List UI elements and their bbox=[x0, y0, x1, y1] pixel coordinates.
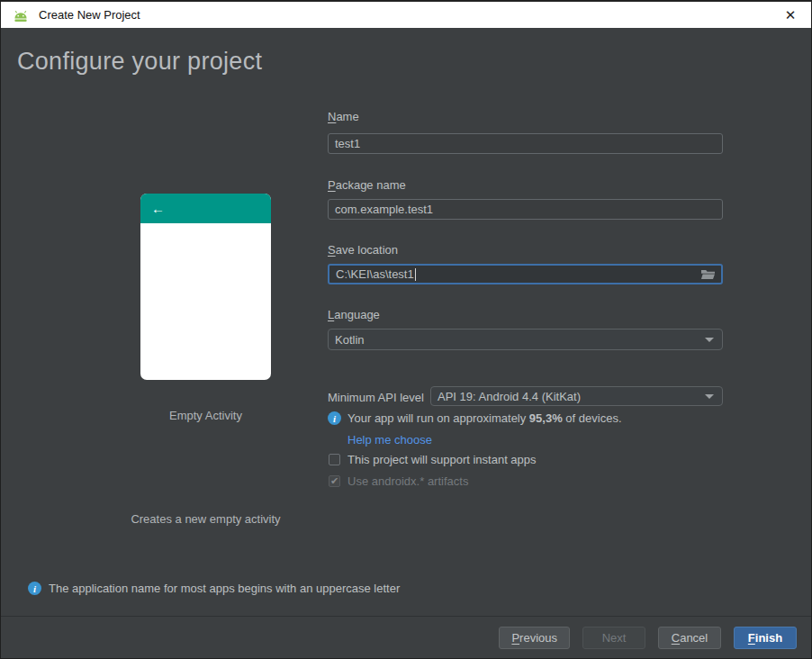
checkmark-icon: ✔ bbox=[330, 476, 338, 486]
save-location-input[interactable]: C:\KEI\as\test1 bbox=[328, 264, 723, 284]
template-preview-card: ← bbox=[140, 194, 271, 380]
api-notice-text: Your app will run on approximately 95,3%… bbox=[347, 411, 622, 425]
language-label: Language bbox=[328, 308, 380, 321]
template-description: Creates a new empty activity bbox=[73, 512, 338, 526]
next-button: Next bbox=[582, 627, 645, 649]
validation-hint: i The application name for most apps beg… bbox=[28, 582, 400, 595]
browse-folder-icon[interactable] bbox=[701, 269, 715, 280]
min-api-select-value: API 19: Android 4.4 (KitKat) bbox=[438, 390, 581, 403]
language-select-value: Kotlin bbox=[335, 333, 365, 347]
device-percentage: 95,3% bbox=[529, 411, 563, 425]
androidx-checkbox-checked: ✔ bbox=[329, 475, 340, 487]
save-location-label: Save location bbox=[328, 243, 398, 257]
min-api-label: Minimum API level bbox=[328, 391, 424, 404]
finish-button[interactable]: Finish bbox=[734, 627, 797, 649]
package-name-input[interactable]: com.example.test1 bbox=[328, 199, 723, 220]
package-name-label: Package name bbox=[328, 178, 406, 192]
androidx-label: Use androidx.* artifacts bbox=[347, 474, 468, 488]
instant-apps-row: This project will support instant apps bbox=[329, 453, 537, 466]
cancel-button[interactable]: Cancel bbox=[658, 627, 721, 649]
androidx-row: ✔ Use androidx.* artifacts bbox=[329, 474, 468, 488]
buttonbar: Previous Next Cancel Finish bbox=[1, 617, 811, 659]
name-label: Name bbox=[328, 110, 359, 123]
template-preview-appbar: ← bbox=[140, 194, 271, 223]
previous-button[interactable]: Previous bbox=[499, 627, 570, 649]
page-title: Configure your project bbox=[17, 48, 262, 76]
api-level-notice: i Your app will run on approximately 95,… bbox=[328, 411, 622, 425]
info-icon: i bbox=[28, 582, 41, 595]
min-api-select[interactable]: API 19: Android 4.4 (KitKat) bbox=[430, 386, 723, 406]
instant-apps-label: This project will support instant apps bbox=[347, 453, 537, 466]
name-input-value: test1 bbox=[335, 137, 360, 150]
package-name-input-value: com.example.test1 bbox=[335, 203, 433, 216]
instant-apps-checkbox[interactable] bbox=[329, 454, 340, 465]
window-title: Create New Project bbox=[39, 8, 140, 22]
close-icon[interactable]: ✕ bbox=[770, 2, 811, 29]
android-logo-icon bbox=[12, 8, 32, 23]
help-me-choose-link[interactable]: Help me choose bbox=[347, 433, 432, 447]
back-arrow-icon: ← bbox=[151, 201, 165, 216]
language-select[interactable]: Kotlin bbox=[328, 329, 723, 350]
save-location-input-value: C:\KEI\as\test1 bbox=[336, 267, 414, 281]
chevron-down-icon bbox=[705, 394, 714, 399]
titlebar: Create New Project ✕ bbox=[1, 1, 811, 28]
template-name: Empty Activity bbox=[118, 409, 293, 422]
validation-hint-text: The application name for most apps begin… bbox=[49, 582, 400, 595]
name-input[interactable]: test1 bbox=[328, 133, 723, 154]
create-new-project-dialog: Create New Project ✕ Configure your proj… bbox=[0, 0, 812, 659]
wizard-content: Configure your project ← Empty Activity … bbox=[1, 28, 811, 616]
info-icon: i bbox=[328, 411, 341, 425]
chevron-down-icon bbox=[705, 338, 714, 342]
text-caret bbox=[415, 268, 416, 281]
